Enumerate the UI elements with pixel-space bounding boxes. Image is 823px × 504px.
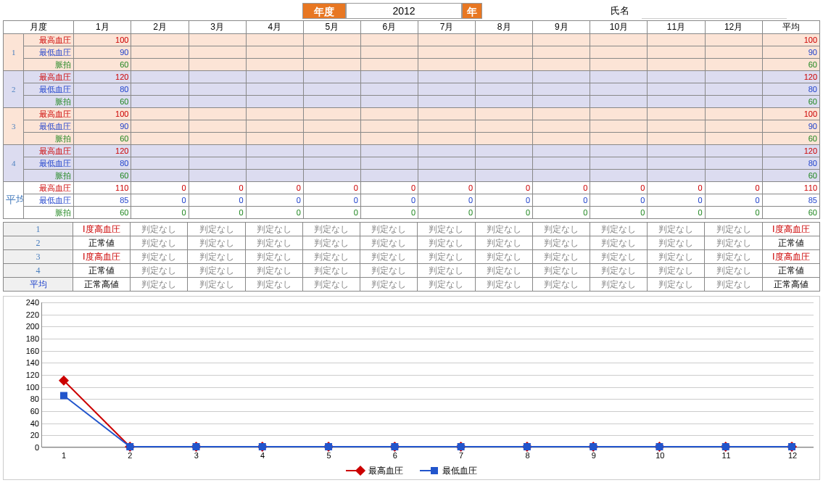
- data-cell[interactable]: [418, 71, 476, 83]
- data-cell[interactable]: [705, 108, 762, 120]
- data-cell[interactable]: [189, 34, 246, 46]
- data-cell[interactable]: [476, 133, 533, 145]
- data-cell[interactable]: [131, 83, 189, 96]
- data-cell[interactable]: [648, 46, 705, 59]
- data-cell[interactable]: [533, 83, 590, 96]
- data-cell[interactable]: 80: [762, 157, 819, 170]
- data-cell[interactable]: [648, 157, 705, 170]
- data-cell[interactable]: [360, 71, 418, 83]
- data-cell[interactable]: 60: [762, 133, 819, 145]
- data-cell[interactable]: [246, 83, 303, 96]
- data-cell[interactable]: [303, 34, 360, 46]
- data-cell[interactable]: [303, 83, 360, 96]
- data-cell[interactable]: [131, 34, 189, 46]
- data-cell[interactable]: 120: [74, 71, 131, 83]
- year-input[interactable]: [346, 3, 462, 19]
- data-cell[interactable]: [360, 108, 418, 120]
- data-cell[interactable]: [303, 59, 360, 71]
- data-cell[interactable]: [590, 145, 648, 157]
- data-cell[interactable]: [533, 108, 590, 120]
- data-cell[interactable]: 100: [74, 108, 131, 120]
- data-cell[interactable]: [131, 120, 189, 133]
- data-cell[interactable]: [418, 170, 476, 182]
- data-cell[interactable]: [648, 120, 705, 133]
- data-cell[interactable]: [360, 34, 418, 46]
- data-cell[interactable]: [189, 133, 246, 145]
- data-cell[interactable]: [360, 133, 418, 145]
- data-cell[interactable]: 120: [762, 71, 819, 83]
- data-cell[interactable]: [189, 59, 246, 71]
- data-cell[interactable]: [189, 46, 246, 59]
- data-cell[interactable]: [189, 71, 246, 83]
- data-cell[interactable]: [648, 71, 705, 83]
- data-cell[interactable]: [533, 96, 590, 108]
- data-cell[interactable]: [360, 83, 418, 96]
- data-cell[interactable]: [705, 71, 762, 83]
- data-cell[interactable]: 80: [762, 83, 819, 96]
- data-cell[interactable]: [189, 83, 246, 96]
- data-cell[interactable]: [533, 46, 590, 59]
- data-cell[interactable]: [418, 133, 476, 145]
- data-cell[interactable]: [476, 108, 533, 120]
- data-cell[interactable]: [590, 157, 648, 170]
- data-cell[interactable]: [360, 46, 418, 59]
- data-cell[interactable]: [360, 120, 418, 133]
- data-cell[interactable]: 90: [762, 46, 819, 59]
- data-cell[interactable]: [648, 34, 705, 46]
- data-cell[interactable]: [476, 83, 533, 96]
- data-cell[interactable]: [189, 120, 246, 133]
- data-cell[interactable]: [648, 133, 705, 145]
- data-cell[interactable]: 60: [762, 170, 819, 182]
- data-cell[interactable]: [705, 157, 762, 170]
- data-cell[interactable]: [533, 133, 590, 145]
- data-cell[interactable]: [705, 120, 762, 133]
- data-cell[interactable]: 80: [74, 157, 131, 170]
- data-cell[interactable]: 60: [762, 96, 819, 108]
- data-cell[interactable]: [189, 157, 246, 170]
- data-cell[interactable]: [246, 108, 303, 120]
- data-cell[interactable]: 100: [762, 108, 819, 120]
- data-cell[interactable]: [303, 145, 360, 157]
- data-cell[interactable]: [705, 59, 762, 71]
- data-cell[interactable]: [476, 34, 533, 46]
- data-cell[interactable]: [590, 96, 648, 108]
- data-cell[interactable]: 60: [74, 133, 131, 145]
- data-cell[interactable]: [648, 108, 705, 120]
- data-cell[interactable]: [131, 145, 189, 157]
- data-cell[interactable]: [246, 46, 303, 59]
- data-cell[interactable]: [590, 46, 648, 59]
- data-cell[interactable]: [476, 59, 533, 71]
- data-cell[interactable]: [131, 157, 189, 170]
- data-cell[interactable]: [189, 145, 246, 157]
- data-cell[interactable]: [705, 34, 762, 46]
- data-cell[interactable]: [360, 157, 418, 170]
- data-cell[interactable]: [533, 34, 590, 46]
- data-cell[interactable]: [303, 46, 360, 59]
- data-cell[interactable]: [131, 71, 189, 83]
- data-cell[interactable]: 90: [762, 120, 819, 133]
- data-cell[interactable]: [303, 96, 360, 108]
- data-cell[interactable]: [533, 59, 590, 71]
- data-cell[interactable]: 120: [74, 145, 131, 157]
- data-cell[interactable]: 120: [762, 145, 819, 157]
- data-cell[interactable]: [705, 145, 762, 157]
- data-cell[interactable]: [476, 170, 533, 182]
- data-cell[interactable]: [303, 157, 360, 170]
- data-cell[interactable]: [648, 59, 705, 71]
- data-cell[interactable]: [131, 59, 189, 71]
- data-cell[interactable]: [476, 120, 533, 133]
- data-cell[interactable]: [303, 71, 360, 83]
- data-cell[interactable]: 60: [762, 59, 819, 71]
- data-cell[interactable]: 60: [74, 170, 131, 182]
- data-cell[interactable]: [590, 34, 648, 46]
- data-cell[interactable]: [246, 34, 303, 46]
- data-cell[interactable]: [705, 46, 762, 59]
- data-cell[interactable]: [303, 120, 360, 133]
- data-cell[interactable]: [533, 157, 590, 170]
- data-cell[interactable]: [418, 157, 476, 170]
- data-cell[interactable]: [476, 71, 533, 83]
- data-cell[interactable]: [418, 59, 476, 71]
- data-cell[interactable]: [705, 83, 762, 96]
- data-cell[interactable]: [418, 96, 476, 108]
- data-cell[interactable]: [246, 59, 303, 71]
